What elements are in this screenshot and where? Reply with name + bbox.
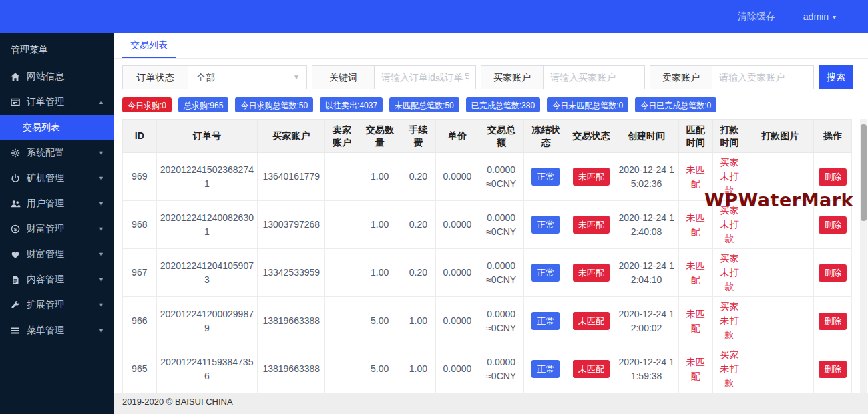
- sidebar-item-user-mgmt[interactable]: 用户管理▼: [0, 191, 114, 216]
- seller-account-input[interactable]: [712, 65, 814, 89]
- total-total2: ≈0CNY: [482, 369, 521, 383]
- cell-created: 2020-12-24 12:04:10: [614, 249, 679, 297]
- sidebar-item-order-mgmt[interactable]: 订单管理▲: [0, 89, 114, 115]
- delete-button[interactable]: 删除: [819, 264, 847, 282]
- search-button[interactable]: 搜索: [819, 65, 853, 89]
- chevron-up-icon: ▲: [98, 99, 104, 106]
- cell-value: 13819663388: [262, 363, 320, 374]
- cell-id: 968: [123, 201, 157, 249]
- cell-created: 2020-12-24 12:00:02: [614, 297, 679, 345]
- order-status-filter: 订单状态 全部 ▼: [122, 65, 307, 89]
- sidebar-item-wealth-mgmt-1[interactable]: $财富管理▼: [0, 216, 114, 242]
- stat-badge: 以往卖出:4037: [320, 97, 383, 112]
- main-content: 交易列表 订单状态 全部 ▼ 关键词 买家账户 卖家账户 搜: [114, 33, 868, 414]
- column-header: 交易状态: [568, 120, 614, 153]
- table-row: 9662020122412000299879138196633885.001.0…: [123, 297, 852, 345]
- cell-id: 965: [123, 345, 157, 393]
- sidebar-item-transaction-list[interactable]: 交易列表: [0, 115, 114, 140]
- sidebar-item-menu-mgmt[interactable]: 菜单管理▼: [0, 318, 114, 343]
- stat-badge: 今日已完成总笔数:0: [635, 97, 716, 112]
- cell-fee: 1.00: [401, 345, 436, 393]
- cell-id: 967: [123, 249, 157, 297]
- cell-value: 0.20: [409, 219, 427, 230]
- cell-value: 0.0000: [443, 171, 472, 182]
- cell-buyer: 13342533959: [258, 249, 325, 297]
- cell-status: 未匹配: [568, 345, 614, 393]
- cell-action: 删除: [814, 345, 852, 393]
- cell-qty: 1.00: [359, 201, 401, 249]
- cell-value: 969: [132, 171, 147, 182]
- cell-order-no: 2020122412000299879: [156, 297, 258, 345]
- svg-text:$: $: [14, 226, 17, 232]
- buyer-account-input[interactable]: [543, 65, 645, 89]
- table-header-row: ID订单号买家账户卖家账户交易数量手续费单价交易总额冻结状态交易状态创建时间匹配…: [123, 120, 852, 153]
- cell-value: 5.00: [371, 315, 389, 326]
- cell-value: 5.00: [371, 363, 389, 374]
- scrollbar-thumb[interactable]: [861, 124, 867, 221]
- sidebar-item-wealth-mgmt-2[interactable]: 财富管理▼: [0, 242, 114, 267]
- column-header: 买家账户: [258, 120, 325, 153]
- topbar: 清除缓存 admin ▾: [0, 0, 868, 33]
- sidebar-title: 管理菜单: [0, 33, 114, 64]
- column-header: 操作: [814, 120, 852, 153]
- match-time-status: 未匹配: [686, 212, 705, 237]
- users-icon: [11, 199, 21, 209]
- table-row: 9672020122412041059073133425339591.000.2…: [123, 249, 852, 297]
- match-time-status: 未匹配: [686, 357, 705, 381]
- sidebar-item-miner-mgmt[interactable]: 矿机管理▼: [0, 166, 114, 191]
- column-header: 卖家账户: [325, 120, 359, 153]
- admin-menu[interactable]: admin ▾: [803, 11, 836, 22]
- cell-seller: [325, 201, 359, 249]
- sidebar-item-site-info[interactable]: 网站信息: [0, 64, 114, 89]
- trade-status-badge: 未匹配: [573, 312, 610, 331]
- total-total1: 0.0000: [482, 259, 521, 273]
- sidebar-menu: 网站信息订单管理▲交易列表系统配置▼矿机管理▼用户管理▼$财富管理▼财富管理▼内…: [0, 64, 114, 343]
- sidebar-item-system-config[interactable]: 系统配置▼: [0, 140, 114, 166]
- cell-total: 0.0000≈0CNY: [479, 297, 523, 345]
- cell-match: 未匹配: [679, 345, 713, 393]
- cell-seller: [325, 249, 359, 297]
- cell-qty: 5.00: [359, 297, 401, 345]
- column-header: 订单号: [156, 120, 258, 153]
- cell-value: 0.0000: [443, 219, 472, 230]
- cell-freeze: 正常: [523, 297, 568, 345]
- power-icon: [11, 174, 21, 184]
- trade-status-badge: 未匹配: [573, 168, 610, 186]
- delete-button[interactable]: 删除: [819, 216, 847, 234]
- money-icon: $: [11, 224, 21, 234]
- cell-order-no: 2020122415023682741: [156, 153, 258, 201]
- sidebar-item-content-mgmt[interactable]: 内容管理▼: [0, 267, 114, 292]
- sidebar-item-extension-mgmt[interactable]: 扩展管理▼: [0, 292, 114, 318]
- cell-match: 未匹配: [679, 297, 713, 345]
- cell-status: 未匹配: [568, 297, 614, 345]
- clear-cache-button[interactable]: 清除缓存: [738, 11, 775, 23]
- column-header: 匹配时间: [679, 120, 713, 153]
- stat-badge: 未匹配总笔数:50: [389, 97, 459, 112]
- cell-value: 2020-12-24 12:40:08: [618, 212, 674, 237]
- keyword-input[interactable]: [374, 65, 476, 89]
- admin-username: admin: [803, 11, 829, 22]
- order-status-value: 全部: [196, 72, 215, 83]
- order-status-select[interactable]: 全部 ▼: [188, 65, 307, 89]
- cell-action: 删除: [814, 249, 852, 297]
- delete-button[interactable]: 删除: [819, 168, 847, 186]
- cell-action: 删除: [814, 153, 852, 201]
- freeze-status-badge: 正常: [531, 216, 560, 234]
- cell-pay: 买家未打款: [712, 297, 746, 345]
- cell-value: 1.00: [371, 171, 389, 182]
- cell-value: 966: [132, 315, 147, 326]
- column-header: 创建时间: [614, 120, 679, 153]
- delete-button[interactable]: 删除: [819, 313, 847, 330]
- delete-button[interactable]: 删除: [819, 361, 847, 378]
- cell-value: 1.00: [371, 267, 389, 278]
- table-scrollbar[interactable]: [860, 119, 867, 393]
- cell-value: 13640161779: [262, 171, 320, 182]
- cell-value: 2020-12-24 12:00:02: [618, 308, 674, 333]
- sidebar-item-label: 财富管理: [27, 223, 64, 235]
- tab-transaction-list[interactable]: 交易列表: [122, 33, 176, 58]
- cell-freeze: 正常: [523, 153, 568, 201]
- sidebar-item-label: 订单管理: [27, 96, 64, 108]
- cell-fee: 0.20: [401, 249, 436, 297]
- cell-value: 968: [132, 219, 147, 230]
- freeze-status-badge: 正常: [531, 312, 560, 331]
